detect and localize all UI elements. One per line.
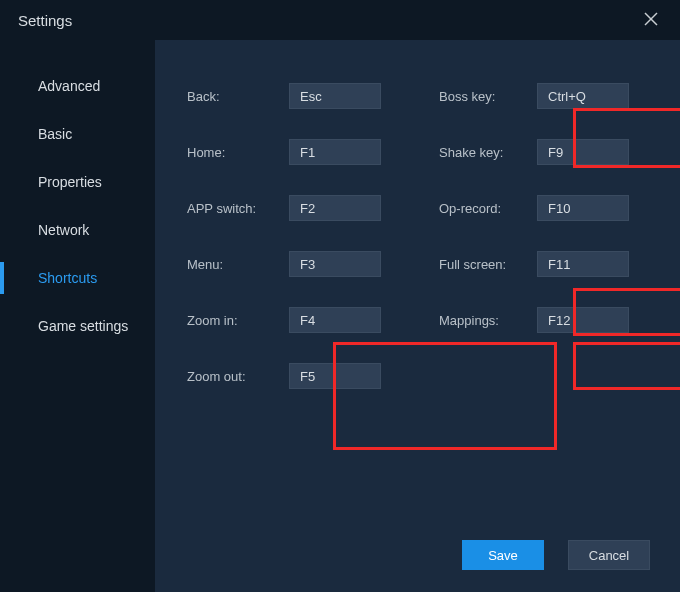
label-back: Back: [187,89,289,104]
label-fullscreen: Full screen: [439,257,537,272]
titlebar: Settings [0,0,680,40]
row-back-bosskey: Back: Esc Boss key: Ctrl+Q [155,68,680,124]
input-appswitch[interactable]: F2 [289,195,381,221]
label-bosskey: Boss key: [439,89,537,104]
pair-shakekey: Shake key: F9 [439,139,669,165]
save-button[interactable]: Save [462,540,544,570]
sidebar-item-label: Basic [38,126,72,142]
label-appswitch: APP switch: [187,201,289,216]
sidebar-item-advanced[interactable]: Advanced [0,62,155,110]
row-home-shakekey: Home: F1 Shake key: F9 [155,124,680,180]
label-shakekey: Shake key: [439,145,537,160]
sidebar-item-network[interactable]: Network [0,206,155,254]
sidebar-item-label: Game settings [38,318,128,334]
pair-mappings: Mappings: F12 [439,307,669,333]
sidebar: Advanced Basic Properties Network Shortc… [0,40,155,592]
input-bosskey[interactable]: Ctrl+Q [537,83,629,109]
pair-menu: Menu: F3 [187,251,439,277]
pair-bosskey: Boss key: Ctrl+Q [439,83,669,109]
settings-window: Settings Advanced Basic Properties Netwo… [0,0,680,592]
input-oprecord[interactable]: F10 [537,195,629,221]
input-menu[interactable]: F3 [289,251,381,277]
pair-appswitch: APP switch: F2 [187,195,439,221]
pair-oprecord: Op-record: F10 [439,195,669,221]
cancel-button[interactable]: Cancel [568,540,650,570]
input-shakekey[interactable]: F9 [537,139,629,165]
input-back[interactable]: Esc [289,83,381,109]
sidebar-item-shortcuts[interactable]: Shortcuts [0,254,155,302]
row-appswitch-oprecord: APP switch: F2 Op-record: F10 [155,180,680,236]
sidebar-item-label: Network [38,222,89,238]
pair-zoomin: Zoom in: F4 [187,307,439,333]
sidebar-item-label: Shortcuts [38,270,97,286]
input-zoomin[interactable]: F4 [289,307,381,333]
label-mappings: Mappings: [439,313,537,328]
row-zoomout: Zoom out: F5 [155,348,680,404]
label-oprecord: Op-record: [439,201,537,216]
input-home[interactable]: F1 [289,139,381,165]
input-mappings[interactable]: F12 [537,307,629,333]
pair-fullscreen: Full screen: F11 [439,251,669,277]
sidebar-item-properties[interactable]: Properties [0,158,155,206]
content-panel: Back: Esc Boss key: Ctrl+Q Home: F1 Shak… [155,40,680,592]
window-title: Settings [18,12,72,29]
pair-home: Home: F1 [187,139,439,165]
footer-buttons: Save Cancel [462,540,650,570]
label-zoomin: Zoom in: [187,313,289,328]
input-zoomout[interactable]: F5 [289,363,381,389]
label-zoomout: Zoom out: [187,369,289,384]
pair-back: Back: Esc [187,83,439,109]
pair-zoomout: Zoom out: F5 [187,363,439,389]
sidebar-item-label: Advanced [38,78,100,94]
row-menu-fullscreen: Menu: F3 Full screen: F11 [155,236,680,292]
close-icon[interactable] [636,6,666,35]
label-menu: Menu: [187,257,289,272]
label-home: Home: [187,145,289,160]
sidebar-item-basic[interactable]: Basic [0,110,155,158]
input-fullscreen[interactable]: F11 [537,251,629,277]
body: Advanced Basic Properties Network Shortc… [0,40,680,592]
row-zoomin-mappings: Zoom in: F4 Mappings: F12 [155,292,680,348]
sidebar-item-game-settings[interactable]: Game settings [0,302,155,350]
shortcut-rows: Back: Esc Boss key: Ctrl+Q Home: F1 Shak… [155,68,680,404]
sidebar-item-label: Properties [38,174,102,190]
